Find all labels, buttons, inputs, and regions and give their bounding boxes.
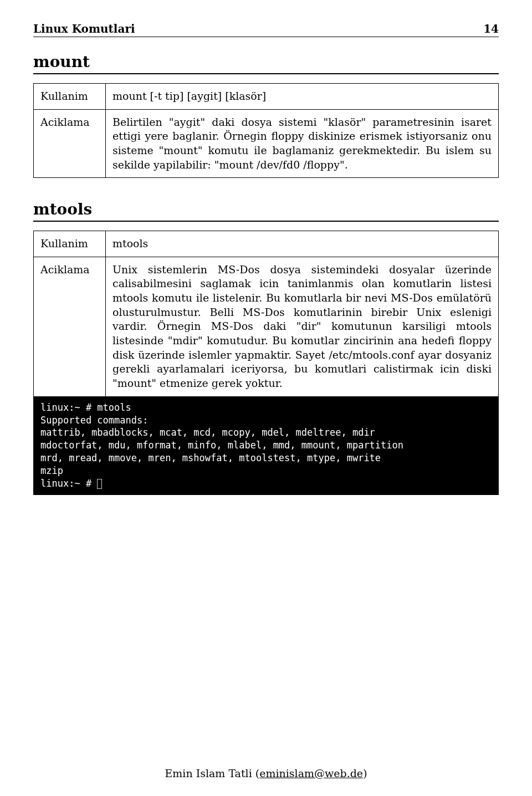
terminal-cell: linux:~ # mtools Supported commands: mat…	[34, 396, 499, 495]
mount-table: Kullanim mount [-t tip] [aygit] [klasör]…	[33, 83, 499, 178]
aciklama-value: Unix sistemlerin MS-Dos dosya sisteminde…	[106, 257, 499, 396]
kullanim-value: mtools	[106, 231, 499, 257]
kullanim-label: Kullanim	[34, 231, 106, 257]
footer-email-link[interactable]: eminislam@web.de	[259, 767, 363, 779]
section-mount: mount Kullanim mount [-t tip] [aygit] [k…	[33, 53, 499, 178]
terminal-output: linux:~ # mtools Supported commands: mat…	[34, 397, 498, 495]
section-rule	[33, 73, 499, 74]
header-title: Linux Komutlari	[33, 22, 135, 35]
mtools-table: Kullanim mtools Aciklama Unix sistemleri…	[33, 231, 499, 495]
section-mtools: mtools Kullanim mtools Aciklama Unix sis…	[33, 200, 499, 495]
aciklama-label: Aciklama	[34, 257, 106, 396]
table-row: Kullanim mount [-t tip] [aygit] [klasör]	[34, 84, 499, 110]
aciklama-label: Aciklama	[34, 109, 106, 178]
table-row: Aciklama Unix sistemlerin MS-Dos dosya s…	[34, 257, 499, 396]
page-footer: Emin Islam Tatli (eminislam@web.de)	[33, 745, 499, 779]
section-rule	[33, 221, 499, 222]
aciklama-value: Belirtilen "aygit" daki dosya sistemi "k…	[106, 109, 499, 178]
kullanim-value: mount [-t tip] [aygit] [klasör]	[106, 84, 499, 110]
table-row: Kullanim mtools	[34, 231, 499, 257]
header-page-number: 14	[483, 22, 499, 35]
table-row: linux:~ # mtools Supported commands: mat…	[34, 396, 499, 495]
footer-author: Emin Islam Tatli	[165, 767, 252, 779]
table-row: Aciklama Belirtilen "aygit" daki dosya s…	[34, 109, 499, 178]
section-title-mount: mount	[33, 53, 499, 71]
kullanim-label: Kullanim	[34, 84, 106, 110]
section-title-mtools: mtools	[33, 200, 499, 218]
page-header: Linux Komutlari 14	[33, 22, 499, 37]
